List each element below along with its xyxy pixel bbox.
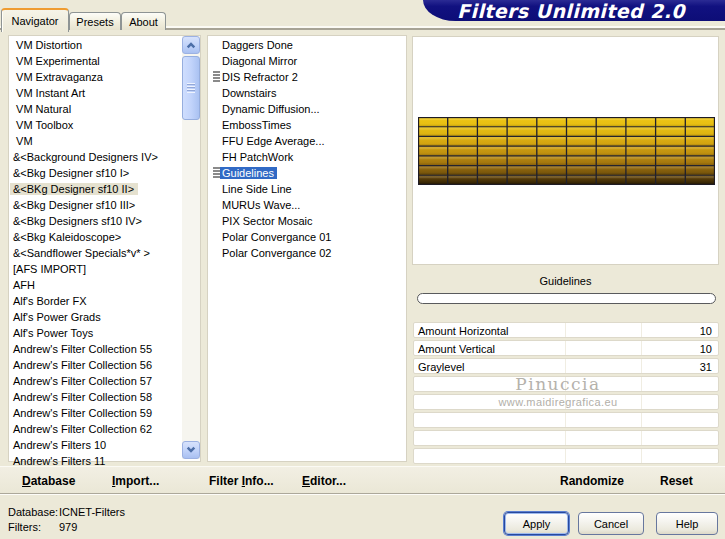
category-item[interactable]: Andrew's Filter Collection 55 [9,341,200,357]
category-item[interactable]: &<BKg Designer sf10 II> [9,181,200,197]
filter-item-label: Diagonal Mirror [220,55,300,67]
filter-item[interactable]: Diagonal Mirror [208,53,406,69]
filter-item[interactable]: Dynamic Diffusion... [208,101,406,117]
category-item[interactable]: &<Background Designers IV> [9,149,200,165]
category-item[interactable]: Andrew's Filter Collection 58 [9,389,200,405]
category-item[interactable]: Alf's Power Toys [9,325,200,341]
category-item[interactable]: Andrew's Filters 10 [9,437,200,453]
filter-item[interactable]: DIS Refractor 2 [208,69,406,85]
parameter-value: 31 [700,360,712,374]
category-item[interactable]: VM [9,133,200,149]
help-button[interactable]: Help [656,512,718,535]
parameter-empty-row[interactable] [413,394,719,410]
category-item[interactable]: Andrew's Filter Collection 59 [9,405,200,421]
bottom-divider-highlight [0,494,725,495]
category-item[interactable]: &<Bkg Kaleidoscope> [9,229,200,245]
title-banner: Filters Unlimited 2.0 [423,0,725,21]
category-item[interactable]: VM Toolbox [9,117,200,133]
filter-item[interactable]: Downstairs [208,85,406,101]
slider-tick [641,449,642,463]
menu-item-editor[interactable]: Editor... [302,475,346,488]
parameter-empty-row[interactable] [413,448,719,464]
category-item[interactable]: Andrew's Filter Collection 57 [9,373,200,389]
filter-item[interactable]: EmbossTimes [208,117,406,133]
category-item-label: Andrew's Filter Collection 55 [10,343,156,355]
slider-tick [565,341,566,355]
category-item[interactable]: &<Bkg Designer sf10 I> [9,165,200,181]
filter-item[interactable]: FFU Edge Average... [208,133,406,149]
category-item-label: &<BKg Designer sf10 II> [10,183,138,195]
parameter-empty-row[interactable] [413,376,719,392]
parameter-value: 10 [700,342,712,356]
category-item-label: VM Distortion [10,39,86,51]
category-list[interactable]: VM Distortion VM Experimental VM Extrava… [8,35,201,462]
filter-item[interactable]: Daggers Done [208,37,406,53]
parameter-name: Amount Vertical [418,342,495,356]
category-item[interactable]: &<Bkg Designers sf10 IV> [9,213,200,229]
category-item-label: &<Bkg Designer sf10 III> [10,199,139,211]
category-item[interactable]: &<Sandflower Specials*v* > [9,245,200,261]
menu-item-database[interactable]: Database [22,475,75,488]
filter-item[interactable]: Guidelines [208,165,406,181]
filter-marker-icon [213,167,220,179]
tab-navigator[interactable]: Navigator [1,8,69,32]
app-title: Filters Unlimited 2.0 [423,0,719,21]
category-item-label: Alf's Power Toys [10,327,97,339]
slider-tick [565,413,566,427]
status-database-value: ICNET-Filters [59,506,125,518]
parameter-slider-row[interactable]: Amount Vertical10 [413,340,719,356]
filter-list[interactable]: Daggers DoneDiagonal MirrorDIS Refractor… [207,35,407,462]
status-filters-value: 979 [59,521,77,533]
parameter-empty-row[interactable] [413,412,719,428]
category-item[interactable]: VM Instant Art [9,85,200,101]
filter-item[interactable]: PIX Sector Mosaic [208,213,406,229]
filters-unlimited-window: Filters Unlimited 2.0 NavigatorPresetsAb… [0,0,725,539]
apply-button[interactable]: Apply [504,512,569,535]
filter-item[interactable]: Line Side Line [208,181,406,197]
category-item-label: VM Experimental [10,55,104,67]
parameter-empty-row[interactable] [413,430,719,446]
category-item[interactable]: VM Distortion [9,37,200,53]
tab-bar: NavigatorPresetsAbout [0,0,420,30]
filter-item-label: PIX Sector Mosaic [220,215,315,227]
menu-item-filter-info[interactable]: Filter Info... [209,475,274,488]
preview-panel [412,36,719,265]
tab-label: Presets [75,16,114,28]
filter-item[interactable]: Polar Convergance 02 [208,245,406,261]
menu-item-reset[interactable]: Reset [660,475,693,488]
category-item-label: Andrew's Filters 10 [10,439,110,451]
category-item-label: [AFS IMPORT] [10,263,90,275]
parameter-slider-row[interactable]: Graylevel31 [413,358,719,374]
tab-about[interactable]: About [121,12,166,30]
category-item[interactable]: VM Natural [9,101,200,117]
menu-item-import[interactable]: Import... [112,475,159,488]
category-item[interactable]: VM Experimental [9,53,200,69]
category-item[interactable]: Andrew's Filter Collection 56 [9,357,200,373]
category-item[interactable]: Andrew's Filter Collection 62 [9,421,200,437]
category-item-label: VM Natural [10,103,75,115]
category-item[interactable]: Alf's Power Grads [9,309,200,325]
status-filters-label: Filters: [8,521,41,533]
category-item[interactable]: VM Extravaganza [9,69,200,85]
cancel-button[interactable]: Cancel [578,512,644,535]
filter-item-label: Daggers Done [220,39,296,51]
filter-item-label: Polar Convergance 02 [220,247,334,259]
filter-item[interactable]: MURUs Wave... [208,197,406,213]
tab-presets[interactable]: Presets [69,12,121,30]
filter-item-label: DIS Refractor 2 [220,71,301,83]
filter-item[interactable]: Polar Convergance 01 [208,229,406,245]
category-item-label: &<Sandflower Specials*v* > [10,247,154,259]
category-item[interactable]: [AFS IMPORT] [9,261,200,277]
filter-item-label: Dynamic Diffusion... [220,103,323,115]
category-item[interactable]: AFH [9,277,200,293]
parameter-slider-row[interactable]: Amount Horizontal10 [413,322,719,338]
category-item-label: Alf's Power Grads [10,311,105,323]
category-item-label: Alf's Border FX [10,295,91,307]
filter-item[interactable]: FH PatchWork [208,149,406,165]
parameter-name: Graylevel [418,360,464,374]
filter-item-label: MURUs Wave... [220,199,303,211]
menu-item-randomize[interactable]: Randomize [560,475,624,488]
category-item[interactable]: &<Bkg Designer sf10 III> [9,197,200,213]
slider-tick [641,413,642,427]
category-item[interactable]: Alf's Border FX [9,293,200,309]
